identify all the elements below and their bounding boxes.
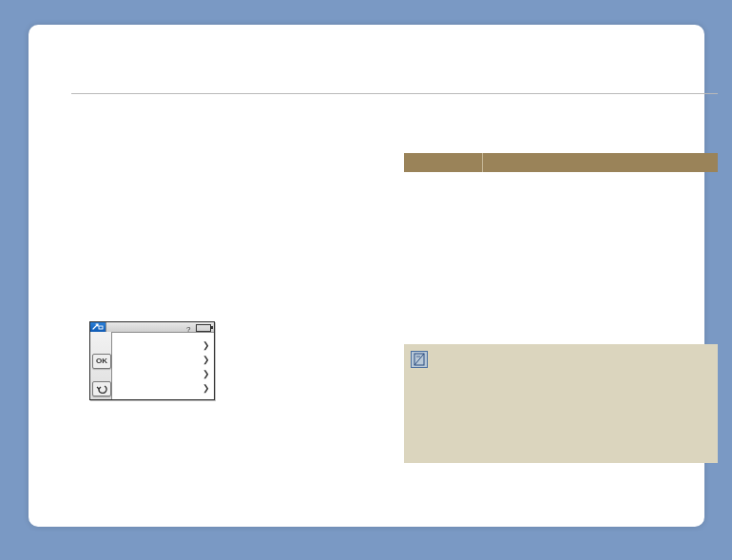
menu-item[interactable]: ❯ bbox=[111, 381, 214, 396]
ok-button[interactable]: OK bbox=[92, 354, 111, 369]
playback-menu-icon bbox=[90, 322, 106, 332]
table-header-option bbox=[404, 153, 488, 172]
note-icon bbox=[411, 351, 428, 368]
document-page: ? OK ❯ ❯ ❯ bbox=[29, 25, 704, 527]
chevron-right-icon: ❯ bbox=[202, 341, 208, 350]
svg-line-1 bbox=[414, 354, 424, 365]
chevron-right-icon: ❯ bbox=[202, 370, 208, 378]
horizontal-rule bbox=[71, 93, 718, 94]
menu-item[interactable]: ❯ bbox=[111, 338, 214, 353]
table-header-description bbox=[484, 153, 722, 172]
camera-menu-sidebar: OK bbox=[90, 332, 112, 399]
back-button[interactable] bbox=[92, 381, 111, 396]
menu-item[interactable]: ❯ bbox=[111, 367, 214, 381]
camera-menu-illustration: ? OK ❯ ❯ ❯ bbox=[89, 321, 215, 400]
chevron-right-icon: ❯ bbox=[202, 384, 208, 393]
help-icon: ? bbox=[185, 323, 193, 331]
battery-icon bbox=[196, 324, 211, 332]
table-header-divider bbox=[482, 153, 483, 172]
camera-menu-list: ❯ ❯ ❯ ❯ bbox=[111, 332, 214, 399]
svg-rect-3 bbox=[99, 326, 103, 329]
menu-item[interactable]: ❯ bbox=[111, 353, 214, 367]
option-table-header bbox=[404, 153, 718, 172]
chevron-right-icon: ❯ bbox=[202, 356, 208, 364]
note-box bbox=[404, 344, 718, 463]
